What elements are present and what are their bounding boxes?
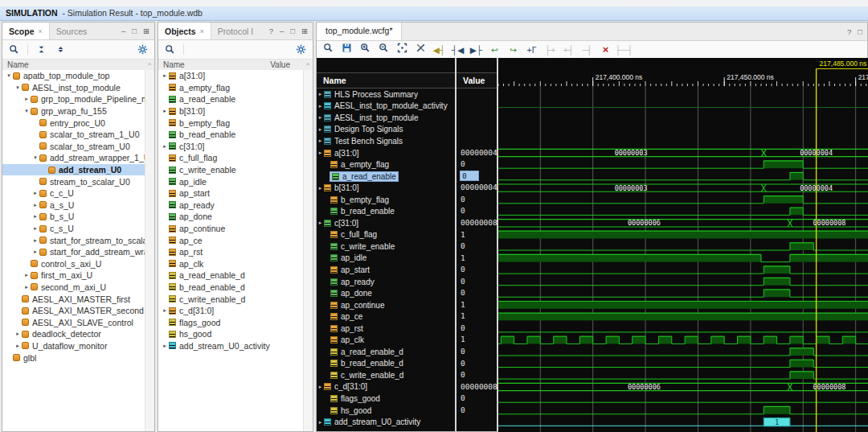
wave-signal-name-row[interactable]: a_empty_flag (317, 158, 455, 171)
wave-signal-name-row[interactable]: c_full_flag (317, 229, 455, 241)
expand-arrow-icon[interactable]: ▸ (161, 143, 169, 150)
wave-plot[interactable]: 217,400.000 ns217,450.000 ns217,500.000 … (498, 58, 867, 431)
expand-arrow-icon[interactable]: ▾ (14, 84, 22, 91)
previous-transition-icon[interactable]: ┤◀ (448, 42, 467, 58)
objects-list-item[interactable]: c_full_flag (158, 152, 304, 164)
wave-signal-name-row[interactable]: ▸Design Top Signals (317, 124, 455, 136)
wave-signal-name-row[interactable]: c_write_enable (317, 241, 455, 253)
help-icon[interactable]: ? (269, 27, 273, 35)
wave-signal-name-row[interactable]: ▸c_d[31:0] (317, 381, 455, 393)
scope-tree-item[interactable]: ▸first_m_axi_U (2, 269, 145, 282)
objects-list-item[interactable]: ap_continue (158, 223, 304, 235)
scope-tree-item[interactable]: AESL_AXI_MASTER_first (2, 293, 145, 305)
minimize-icon[interactable]: – (280, 27, 284, 35)
scope-tree-item[interactable]: ▸grp_top_module_Pipeline_main_lc (2, 93, 145, 105)
expand-arrow-icon[interactable]: ▸ (161, 307, 169, 314)
find-icon[interactable] (319, 42, 338, 58)
scope-tree-item[interactable]: glbl (2, 352, 145, 364)
scope-tree-item[interactable]: ▸U_dataflow_monitor (2, 340, 145, 352)
help-icon[interactable]: ? (847, 27, 851, 36)
objects-list-item[interactable]: ap_idle (158, 175, 304, 187)
expand-arrow-icon[interactable]: ▸ (31, 190, 39, 196)
objects-list-item[interactable]: hs_good (158, 328, 304, 340)
scope-tree-item[interactable]: ▾apatb_top_module_top (2, 70, 145, 82)
close-icon[interactable]: × (200, 23, 204, 39)
wave-config-tab[interactable]: top_module.wcfg* (317, 23, 402, 40)
wave-signal-name-row[interactable]: ▸AESL_inst_top_module_activity (317, 101, 455, 113)
go-to-end-icon[interactable]: ├─┤ (615, 42, 633, 58)
scope-tree-item[interactable]: stream_to_scalar_U0 (2, 175, 145, 187)
marker-left-icon[interactable]: +┤ (559, 42, 578, 58)
scope-tree-item[interactable]: AESL_AXI_MASTER_second (2, 305, 145, 317)
save-waveform-icon[interactable] (338, 42, 356, 58)
wave-signal-name-row[interactable]: flags_good (317, 393, 455, 405)
expand-arrow-icon[interactable]: ▸ (31, 213, 39, 220)
wave-signal-name-row[interactable]: ap_ce (317, 311, 455, 323)
objects-list-item[interactable]: ap_ready (158, 200, 304, 212)
expand-arrow-icon[interactable]: ▸ (317, 114, 324, 121)
waveform-canvas[interactable]: 217,400.000 ns217,450.000 ns217,500.000 … (498, 58, 868, 432)
scope-tree-item[interactable]: ▸a_s_U (2, 200, 145, 212)
wave-signal-name-row[interactable]: hs_good (317, 405, 455, 417)
wave-signal-name-row[interactable]: c_write_enable_d (317, 369, 455, 381)
scope-tree-item[interactable]: ▾grp_wrap_fu_155 (2, 105, 145, 117)
objects-scrollbar[interactable] (303, 70, 313, 431)
marker-to-start-icon[interactable]: ├+ (541, 42, 559, 58)
expand-arrow-icon[interactable]: ▸ (317, 419, 324, 426)
search-icon[interactable] (8, 43, 20, 56)
search-icon[interactable] (164, 43, 176, 56)
zoom-to-cursor-icon[interactable] (411, 42, 430, 58)
wave-signal-name-row[interactable]: a_read_enable_d (317, 346, 455, 358)
sort-caret-icon[interactable]: ^ (148, 60, 151, 71)
objects-list-item[interactable]: a_empty_flag (158, 82, 304, 94)
wave-signal-name-row[interactable]: ap_idle (317, 253, 455, 265)
objects-list-item[interactable]: ▸add_stream_U0_activity (158, 340, 304, 352)
wave-signal-name-row[interactable]: ▸Test Bench Signals (317, 135, 455, 147)
wave-value-header[interactable]: Value (457, 72, 497, 88)
zoom-in-icon[interactable] (356, 42, 375, 58)
wave-signal-name-row[interactable]: b_read_enable_d (317, 358, 455, 370)
wave-signal-name-row[interactable]: ▸add_stream_U0_activity (317, 416, 455, 428)
scope-tree-item[interactable]: ▸c_s_U (2, 223, 145, 235)
wave-signal-name-row[interactable]: ▸c[31:0] (317, 217, 455, 229)
objects-list-item[interactable]: ap_rst (158, 246, 304, 258)
settings-icon[interactable] (295, 43, 307, 56)
objects-list-item[interactable]: flags_good (158, 316, 304, 328)
objects-list-item[interactable]: a_read_enable (158, 93, 304, 105)
wave-signal-name-row[interactable]: ▸b[31:0] (317, 182, 455, 194)
scope-tree-item[interactable]: add_stream_U0 (2, 164, 145, 176)
scope-tree-item[interactable]: ▸c_c_U (2, 187, 145, 200)
objects-list-item[interactable]: ap_ce (158, 234, 304, 246)
zoom-out-icon[interactable] (375, 42, 393, 58)
expand-arrow-icon[interactable]: ▸ (14, 343, 22, 349)
expand-arrow-icon[interactable]: ▸ (161, 343, 169, 349)
expand-arrow-icon[interactable]: ▾ (23, 108, 31, 114)
objects-list-item[interactable]: ▸b[31:0] (158, 105, 304, 117)
expand-arrow-icon[interactable]: ▸ (31, 249, 39, 255)
maximize-icon[interactable]: □ (858, 27, 862, 36)
expand-arrow-icon[interactable]: ▸ (317, 138, 324, 144)
maximize-icon[interactable]: □ (132, 27, 137, 35)
scope-tree-item[interactable]: ▸start_for_add_stream_wrapper (2, 246, 145, 258)
sort-caret-icon[interactable]: ^ (306, 60, 309, 71)
objects-list-item[interactable]: c_write_enable_d (158, 293, 304, 305)
scope-tree-item[interactable]: entry_proc_U0 (2, 117, 145, 129)
wave-signal-name-row[interactable]: ap_ready (317, 276, 455, 288)
scope-tree-item[interactable]: AESL_AXI_SLAVE_control (2, 316, 145, 328)
delete-marker-icon[interactable]: × (596, 42, 615, 58)
wave-name-header[interactable]: Name (317, 72, 455, 88)
objects-list-item[interactable]: b_read_enable_d (158, 282, 304, 294)
tab-protocol-i[interactable]: Protocol I (211, 23, 260, 39)
expand-all-icon[interactable] (55, 43, 67, 56)
close-icon[interactable]: × (39, 23, 43, 39)
objects-list-item[interactable]: c_write_enable (158, 164, 304, 176)
expand-arrow-icon[interactable]: ▸ (317, 126, 324, 133)
expand-arrow-icon[interactable]: ▸ (317, 384, 324, 390)
scope-tree-item[interactable]: ▾add_stream_wrapper_1_U0 (2, 152, 145, 164)
expand-arrow-icon[interactable]: ▸ (317, 103, 324, 109)
scope-tree-item[interactable]: control_s_axi_U (2, 258, 145, 270)
objects-list-item[interactable]: ap_done (158, 211, 304, 223)
expand-arrow-icon[interactable]: ▸ (14, 331, 22, 337)
objects-list-item[interactable]: ap_start (158, 187, 304, 200)
expand-arrow-icon[interactable]: ▸ (23, 96, 31, 102)
